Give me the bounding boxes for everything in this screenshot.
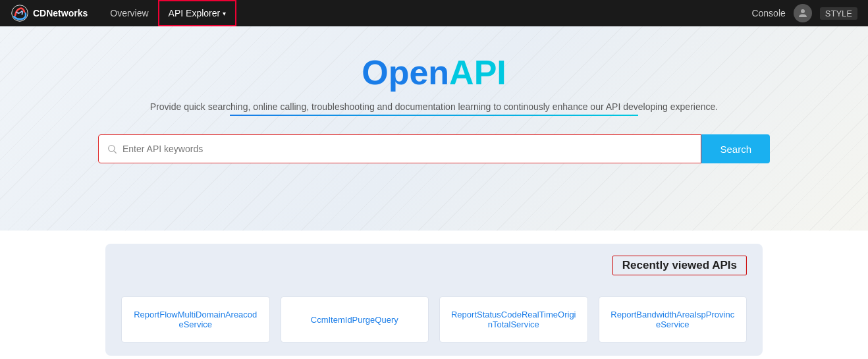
nav-api-explorer-label: API Explorer — [169, 8, 221, 18]
api-card-link-2[interactable]: ReportStatusCodeRealTimeOriginTotalServi… — [450, 310, 577, 329]
subtitle-underline — [230, 115, 638, 116]
api-card-2[interactable]: ReportStatusCodeRealTimeOriginTotalServi… — [439, 296, 588, 343]
brand[interactable]: CDNetworks — [11, 4, 88, 22]
svg-point-2 — [109, 146, 115, 152]
nav-api-explorer[interactable]: API Explorer ▾ — [158, 0, 237, 26]
title-open: Open — [362, 53, 449, 92]
api-card-0[interactable]: ReportFlowMultiDomainAreacodeService — [121, 296, 270, 343]
hero-title: OpenAPI — [0, 53, 868, 92]
navbar: CDNetworks Overview API Explorer ▾ Conso… — [0, 0, 868, 26]
api-cards-list: ReportFlowMultiDomainAreacodeService Ccm… — [121, 296, 747, 343]
brand-name: CDNetworks — [33, 8, 88, 18]
title-api: API — [449, 53, 506, 92]
api-card-link-3[interactable]: ReportBandwidthAreaIspProvinceService — [610, 310, 736, 329]
api-card-3[interactable]: ReportBandwidthAreaIspProvinceService — [599, 296, 747, 343]
console-link[interactable]: Console — [751, 8, 785, 18]
api-card-1[interactable]: CcmItemIdPurgeQuery — [281, 296, 429, 343]
nav-overview-label: Overview — [110, 8, 148, 18]
search-button[interactable]: Search — [701, 134, 770, 163]
username-label[interactable]: STYLE — [820, 7, 857, 20]
recently-viewed-section: Recently viewed APIs ReportFlowMultiDoma… — [105, 244, 763, 356]
brand-logo-icon — [11, 4, 29, 22]
search-icon — [107, 144, 117, 154]
search-input-container — [98, 134, 701, 163]
recently-title-wrapper: Recently viewed APIs — [121, 256, 747, 286]
recently-viewed-title: Recently viewed APIs — [612, 256, 747, 275]
dropdown-icon: ▾ — [223, 10, 226, 17]
hero-section: OpenAPI Provide quick searching, online … — [0, 26, 868, 231]
hero-subtitle: Provide quick searching, online calling,… — [0, 101, 868, 112]
user-icon — [797, 7, 809, 19]
search-input[interactable] — [122, 144, 693, 154]
search-bar: Search — [98, 134, 770, 163]
svg-line-3 — [114, 151, 117, 153]
api-card-link-0[interactable]: ReportFlowMultiDomainAreacodeService — [132, 310, 259, 329]
api-card-link-1[interactable]: CcmItemIdPurgeQuery — [311, 315, 398, 325]
svg-point-1 — [801, 9, 805, 13]
nav-overview[interactable]: Overview — [101, 0, 157, 26]
nav-right: Console STYLE — [751, 4, 857, 22]
avatar[interactable] — [794, 4, 812, 22]
